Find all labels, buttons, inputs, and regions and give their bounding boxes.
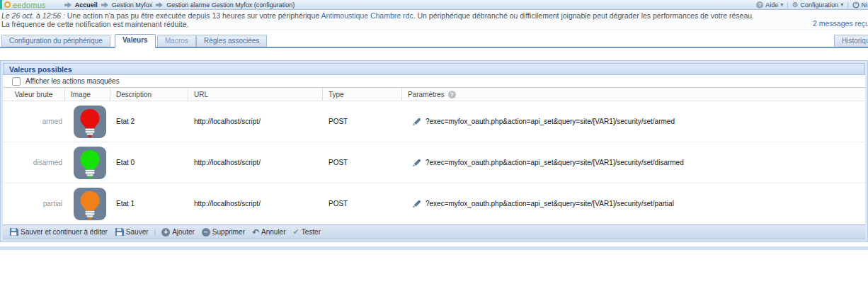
tab-regles-associees[interactable]: Règles associées xyxy=(196,35,267,47)
table-row: disarmed Etat 0 http://localhost/script/… xyxy=(3,142,865,183)
configuration-menu[interactable]: ⚙ Configuration ▾ xyxy=(792,1,844,8)
save-and-continue-button[interactable]: Sauver et continuer à éditer xyxy=(6,227,111,237)
table-row: partial Etat 1 http://localhost/script/ … xyxy=(3,183,865,225)
logo-text: eedomus xyxy=(13,1,46,9)
raw-value: armed xyxy=(3,118,65,125)
user-menu-label: Ni xyxy=(862,1,868,8)
toolbar-separator: | xyxy=(154,228,156,236)
notification-text: Une action n'a pas pu être exécutée depu… xyxy=(65,11,321,20)
edit-icon[interactable] xyxy=(412,158,421,167)
breadcrumb-item-gestion-myfox[interactable]: Gestion Myfox xyxy=(112,1,153,8)
eedomus-logo-icon xyxy=(4,1,11,8)
breadcrumb-item-current: Gestion alarme Gestion Myfox (configurat… xyxy=(166,1,295,8)
params-cell: ?exec=myfox_oauth.php&action=api_set&que… xyxy=(426,200,674,208)
value-image[interactable] xyxy=(74,188,106,220)
url-cell: http://localhost/script/ xyxy=(188,200,323,208)
help-icon: ? xyxy=(756,1,763,8)
tab-macros[interactable]: Macros xyxy=(157,35,196,47)
notification-line2: La fréquence de cette notification est m… xyxy=(1,20,868,28)
column-header-image: Image xyxy=(65,88,110,101)
table-row: armed Etat 2 http://localhost/script/ PO… xyxy=(3,101,865,142)
breadcrumb-arrow-icon xyxy=(101,2,108,8)
type-cell: POST xyxy=(323,118,402,125)
breadcrumb: Accueil Gestion Myfox Gestion alarme Ges… xyxy=(64,1,295,8)
notification-date: Le 26 oct. à 12:56 : xyxy=(1,11,65,20)
cancel-button[interactable]: ↶ Annuler xyxy=(249,227,290,237)
footer-strip xyxy=(0,246,868,250)
power-icon xyxy=(852,1,860,8)
column-header-url: URL xyxy=(188,88,323,101)
tab-valeurs[interactable]: Valeurs xyxy=(115,34,156,48)
help-menu-label: Aide xyxy=(765,1,778,8)
tab-configuration-du-peripherique[interactable]: Configuration du périphérique xyxy=(1,35,110,47)
values-panel: Valeurs possibles Afficher les actions m… xyxy=(0,60,868,242)
gear-icon: ⚙ xyxy=(792,1,799,8)
button-label: Supprimer xyxy=(212,228,245,236)
top-bar: eedomus Accueil Gestion Myfox Gestion al… xyxy=(0,0,868,10)
help-icon[interactable]: ? xyxy=(448,91,456,98)
description-cell: Etat 1 xyxy=(110,200,188,208)
value-image[interactable] xyxy=(74,147,106,179)
minus-icon: − xyxy=(202,228,210,237)
notification-line1: Le 26 oct. à 12:56 : Une action n'a pas … xyxy=(1,11,868,20)
button-label: Ajouter xyxy=(172,228,195,236)
check-icon: ✔ xyxy=(293,227,299,237)
chevron-down-icon: ▾ xyxy=(780,1,783,8)
edit-icon[interactable] xyxy=(412,199,421,208)
button-label: Annuler xyxy=(261,228,285,236)
show-hidden-actions-checkbox[interactable] xyxy=(12,77,21,86)
table-header: Valeur brute Image Description URL Type … xyxy=(3,87,865,101)
checkbox-label: Afficher les actions masquées xyxy=(25,77,120,85)
notification-bar: Le 26 oct. à 12:56 : Une action n'a pas … xyxy=(0,11,868,30)
messages-link[interactable]: 2 messages reçus xyxy=(813,19,868,28)
test-button[interactable]: ✔ Tester xyxy=(290,227,324,237)
bulb-icon xyxy=(74,188,106,220)
params-cell: ?exec=myfox_oauth.php&action=api_set&que… xyxy=(426,159,684,166)
column-header-description: Description xyxy=(110,88,188,101)
button-label: Tester xyxy=(302,228,321,236)
tab-bar: Configuration du périphérique Valeurs Ma… xyxy=(0,34,868,48)
device-link[interactable]: Antimoustique Chambre rdc xyxy=(321,11,413,20)
column-header-parametres: Paramètres ? xyxy=(402,88,865,101)
show-hidden-actions-row: Afficher les actions masquées xyxy=(3,75,865,87)
add-button[interactable]: + Ajouter xyxy=(158,228,198,237)
save-icon xyxy=(9,227,18,237)
menu-separator: | xyxy=(847,1,848,8)
power-user-menu[interactable]: Ni xyxy=(852,1,868,8)
tab-historique[interactable]: Historique xyxy=(834,35,868,47)
value-image[interactable] xyxy=(74,106,106,138)
undo-icon: ↶ xyxy=(252,227,259,237)
panel-title: Valeurs possibles xyxy=(3,63,865,75)
notification-text: . Un périphérique débranché ou difficile… xyxy=(413,11,754,20)
button-label: Sauver xyxy=(126,228,149,236)
logo-accent-bar xyxy=(0,0,2,9)
params-cell: ?exec=myfox_oauth.php&action=api_set&que… xyxy=(426,118,675,125)
eedomus-logo[interactable]: eedomus xyxy=(4,1,46,9)
url-cell: http://localhost/script/ xyxy=(188,118,323,125)
menu-separator: | xyxy=(787,1,788,8)
top-menus: ? Aide ▾ | ⚙ Configuration ▾ | Ni xyxy=(756,1,868,8)
raw-value: partial xyxy=(3,200,65,208)
breadcrumb-arrow-icon xyxy=(156,2,163,8)
actions-toolbar: Sauver et continuer à éditer Sauver | + … xyxy=(3,225,865,239)
description-cell: Etat 0 xyxy=(110,159,188,166)
raw-value: disarmed xyxy=(3,159,65,166)
description-cell: Etat 2 xyxy=(110,118,188,125)
bulb-icon xyxy=(74,106,106,138)
url-cell: http://localhost/script/ xyxy=(188,159,323,166)
type-cell: POST xyxy=(323,200,402,208)
button-label: Sauver et continuer à éditer xyxy=(21,228,108,236)
type-cell: POST xyxy=(323,159,402,166)
breadcrumb-arrow-icon xyxy=(64,2,72,8)
configuration-menu-label: Configuration xyxy=(801,1,839,8)
delete-button[interactable]: − Supprimer xyxy=(198,228,249,237)
save-button[interactable]: Sauver xyxy=(111,227,152,237)
help-menu[interactable]: ? Aide ▾ xyxy=(756,1,783,8)
edit-icon[interactable] xyxy=(412,117,421,126)
column-header-valeur-brute: Valeur brute xyxy=(3,88,65,101)
save-icon xyxy=(115,227,124,237)
plus-icon: + xyxy=(161,228,170,237)
column-header-label: Paramètres xyxy=(408,91,445,98)
breadcrumb-item-accueil[interactable]: Accueil xyxy=(75,1,98,8)
panel-body: Afficher les actions masquées Valeur bru… xyxy=(3,75,865,239)
